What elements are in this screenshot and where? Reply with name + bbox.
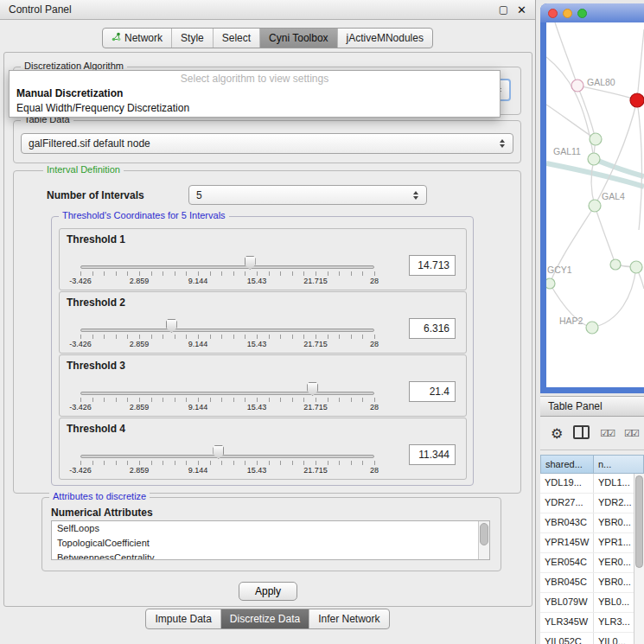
slider-scale-label: 15.43 xyxy=(247,466,267,475)
tab-label: Select xyxy=(222,32,251,44)
tab-jactivemnodules[interactable]: jActiveMNodules xyxy=(338,29,432,48)
slider-scale-label: 2.859 xyxy=(130,340,150,348)
table-row[interactable]: YBL079WYBL0... xyxy=(540,593,644,613)
cyni-settings-panel: Discretization Algorithm Select algorith… xyxy=(3,52,532,607)
slider-scale-label: 15.43 xyxy=(247,277,267,285)
tab-cyni-toolbox[interactable]: Cyni Toolbox xyxy=(260,29,337,48)
table-cell: YDR27... xyxy=(540,494,594,513)
column-header[interactable]: n... xyxy=(594,455,644,474)
table-row[interactable]: YBR043CYBR0... xyxy=(540,513,644,533)
threshold-value-field[interactable]: 14.713 xyxy=(409,255,456,276)
attribute-item[interactable]: TopologicalCoefficient xyxy=(52,536,489,551)
slider-track[interactable] xyxy=(80,455,374,458)
table-row[interactable]: YLR345WYLR3... xyxy=(540,613,644,633)
select-all-columns-icon[interactable]: ☑☑ xyxy=(600,428,614,439)
table-row[interactable]: YER054CYER0... xyxy=(540,553,644,573)
tab-select[interactable]: Select xyxy=(214,29,260,48)
slider-scale-label: 28 xyxy=(370,277,379,285)
attribute-item[interactable]: BetweennessCentrality xyxy=(52,551,489,560)
slider-ticks xyxy=(80,271,375,276)
slider-scale-label: 15.43 xyxy=(247,340,267,348)
table-rows: YDL19...YDL1...YDR27...YDR2...YBR043CYBR… xyxy=(540,474,644,644)
table-cell: YBR045C xyxy=(540,573,594,592)
scrollbar-thumb[interactable] xyxy=(480,523,488,545)
table-row[interactable]: YIL052CYIL0... xyxy=(540,633,644,644)
window-title: Control Panel xyxy=(9,3,72,16)
slider-track[interactable] xyxy=(80,265,374,269)
network-canvas[interactable]: GAL80GAL11GAL4GCY1HAP2 xyxy=(546,22,644,387)
gear-icon[interactable]: ⚙ xyxy=(551,425,563,442)
titlebar-buttons: ▢ ✕ xyxy=(499,3,526,16)
slider-scale-label: 21.715 xyxy=(303,340,328,348)
close-icon[interactable]: ✕ xyxy=(517,3,526,16)
attribute-item[interactable]: SelfLoops xyxy=(52,521,489,536)
slider-track[interactable] xyxy=(80,328,374,332)
select-visible-columns-icon[interactable]: ☑☑ xyxy=(624,428,638,439)
interval-definition-group: Interval Definition Number of Intervals … xyxy=(13,170,521,494)
columns-icon[interactable] xyxy=(573,425,590,442)
top-tab-bar: NetworkStyleSelectCyni ToolboxjActiveMNo… xyxy=(0,28,535,48)
dropdown-placeholder-item[interactable]: Select algorithm to view settings xyxy=(10,72,500,86)
thresholds-group: Threshold's Coordinates for 5 Intervals … xyxy=(51,216,474,486)
slider-scale-label: -3.426 xyxy=(69,403,92,411)
table-row[interactable]: YDR27...YDR2... xyxy=(540,494,644,513)
threshold-panel: Threshold 2-3.4262.8599.14415.4321.71528… xyxy=(59,291,467,354)
table-row[interactable]: YPR145WYPR1... xyxy=(540,533,644,553)
threshold-value-field[interactable]: 11.344 xyxy=(409,444,456,465)
attributes-group-title: Attributes to discretize xyxy=(49,491,150,501)
tab-network[interactable]: Network xyxy=(103,29,172,48)
interval-definition-group-title: Interval Definition xyxy=(43,164,124,175)
control-panel-titlebar: Control Panel ▢ ✕ xyxy=(0,0,535,20)
threshold-label: Threshold 3 xyxy=(67,360,125,372)
slider-scale-label: 21.715 xyxy=(303,403,328,411)
network-icon xyxy=(112,32,121,44)
table-cell: YPR145W xyxy=(540,533,594,552)
slider-scale-label: 9.144 xyxy=(188,277,208,285)
tab-impute-data[interactable]: Impute Data xyxy=(146,609,220,628)
tab-infer-network[interactable]: Infer Network xyxy=(309,609,388,628)
numerical-attributes-listbox[interactable]: SelfLoopsTopologicalCoefficientBetweenne… xyxy=(51,520,490,560)
threshold-label: Threshold 4 xyxy=(67,423,125,435)
number-of-intervals-value: 5 xyxy=(189,189,409,201)
bottom-tab-group: Impute DataDiscretize DataInfer Network xyxy=(145,609,389,629)
tab-label: Network xyxy=(124,32,163,44)
top-tab-group: NetworkStyleSelectCyni ToolboxjActiveMNo… xyxy=(102,28,433,48)
threshold-value-field[interactable]: 6.316 xyxy=(409,318,456,339)
minimize-traffic-light-icon[interactable] xyxy=(563,9,572,18)
table-data-group: Table Data galFiltered.sif default node xyxy=(13,120,521,163)
zoom-traffic-light-icon[interactable] xyxy=(577,9,587,18)
table-cell: YDL19... xyxy=(540,474,594,493)
threshold-label: Threshold 2 xyxy=(67,296,125,309)
slider-scale-label: -3.426 xyxy=(69,466,92,475)
scrollbar-thumb[interactable] xyxy=(635,475,643,568)
slider-ticks xyxy=(80,398,375,402)
table-data-combobox-text: galFiltered.sif default node xyxy=(22,137,495,150)
table-header-row: shared...n... xyxy=(540,455,644,474)
threshold-value-field[interactable]: 21.4 xyxy=(409,381,456,402)
threshold-panel: Threshold 4-3.4262.8599.14415.4321.71528… xyxy=(59,418,467,480)
node-table: shared...n... YDL19...YDL1...YDR27...YDR… xyxy=(540,455,644,644)
column-header[interactable]: shared... xyxy=(540,455,594,474)
dropdown-item-manual-discretization[interactable]: Manual Discretization xyxy=(10,86,500,101)
attributes-scrollbar[interactable] xyxy=(478,521,489,559)
slider-track[interactable] xyxy=(80,392,374,395)
number-of-intervals-combobox[interactable]: 5 xyxy=(188,185,427,205)
table-panel-titlebar: Table Panel xyxy=(540,396,644,417)
table-row[interactable]: YDL19...YDL1... xyxy=(540,474,644,494)
slider-scale-label: -3.426 xyxy=(69,340,92,348)
svg-text:GAL80: GAL80 xyxy=(587,77,615,87)
table-scrollbar[interactable] xyxy=(634,474,644,644)
float-window-icon[interactable]: ▢ xyxy=(499,3,508,16)
dropdown-item-equal-width-frequency-discretization[interactable]: Equal Width/Frequency Discretization xyxy=(10,101,500,116)
close-traffic-light-icon[interactable] xyxy=(548,9,558,18)
tab-discretize-data[interactable]: Discretize Data xyxy=(221,609,309,628)
table-cell: YER054C xyxy=(540,553,594,572)
table-data-combobox[interactable]: galFiltered.sif default node xyxy=(21,133,513,154)
bottom-tab-bar: Impute DataDiscretize DataInfer Network xyxy=(0,609,535,629)
table-row[interactable]: YBR045CYBR0... xyxy=(540,573,644,593)
table-cell: YBR043C xyxy=(540,513,594,532)
slider-scale-label: 21.715 xyxy=(303,277,328,285)
apply-button[interactable]: Apply xyxy=(239,582,297,601)
tab-style[interactable]: Style xyxy=(172,29,214,48)
network-window-titlebar[interactable] xyxy=(540,3,644,22)
